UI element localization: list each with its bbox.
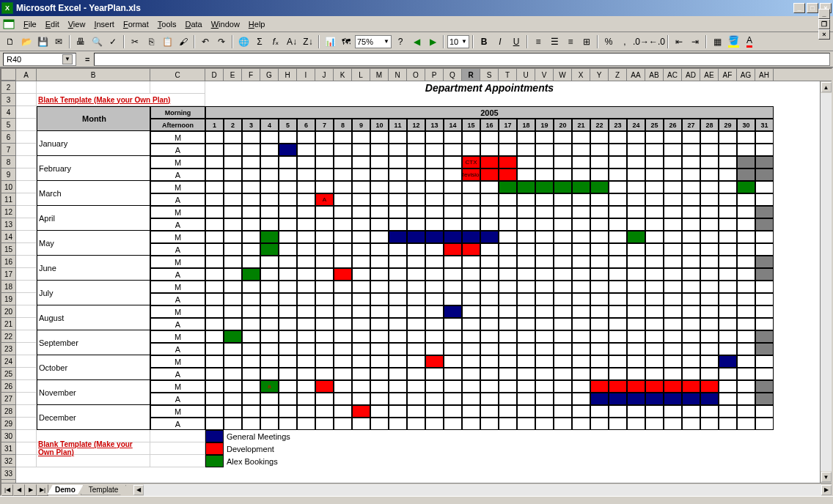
day-cell[interactable] — [389, 218, 407, 231]
day-cell[interactable] — [700, 380, 719, 393]
day-cell[interactable] — [480, 380, 499, 393]
row-header-12[interactable]: 12 — [1, 206, 15, 218]
row-header-18[interactable]: 18 — [1, 281, 15, 293]
day-cell[interactable] — [719, 168, 737, 181]
day-cell[interactable] — [242, 305, 260, 318]
day-cell[interactable] — [755, 256, 774, 268]
day-cell[interactable] — [425, 405, 444, 418]
chart-icon[interactable]: 📊 — [323, 34, 337, 49]
day-cell[interactable] — [389, 293, 407, 305]
day-cell[interactable] — [554, 231, 572, 243]
day-cell[interactable] — [444, 218, 462, 231]
day-cell[interactable] — [627, 144, 645, 156]
day-cell[interactable] — [480, 218, 499, 231]
day-cell[interactable] — [499, 156, 517, 168]
day-cell[interactable] — [425, 343, 444, 355]
day-cell[interactable] — [700, 343, 719, 355]
day-cell[interactable] — [297, 131, 315, 144]
day-cell[interactable] — [425, 330, 444, 343]
day-cell[interactable] — [480, 368, 499, 380]
menu-help[interactable]: Help — [244, 18, 270, 30]
day-cell[interactable] — [279, 318, 297, 330]
day-cell[interactable] — [425, 281, 444, 293]
spelling-icon[interactable]: ✓ — [106, 34, 120, 49]
day-cell[interactable] — [554, 218, 572, 231]
day-cell[interactable] — [609, 256, 627, 268]
menu-window[interactable]: Window — [207, 18, 244, 30]
day-cell[interactable] — [389, 268, 407, 281]
day-cell[interactable] — [242, 243, 260, 256]
day-cell[interactable] — [315, 131, 334, 144]
day-cell[interactable] — [297, 318, 315, 330]
namebox-dropdown-icon[interactable]: ▼ — [62, 54, 73, 64]
day-cell[interactable] — [279, 156, 297, 168]
column-header-O[interactable]: O — [407, 69, 425, 81]
day-cell[interactable] — [554, 405, 572, 418]
day-cell[interactable] — [260, 405, 279, 418]
day-cell[interactable] — [627, 330, 645, 343]
day-cell[interactable] — [407, 355, 425, 368]
day-cell[interactable] — [737, 330, 755, 343]
day-cell[interactable] — [444, 256, 462, 268]
day-cell[interactable] — [315, 293, 334, 305]
day-cell[interactable] — [425, 393, 444, 405]
day-cell[interactable] — [627, 368, 645, 380]
day-cell[interactable] — [682, 218, 700, 231]
day-cell[interactable] — [645, 181, 664, 193]
day-cell[interactable]: A — [315, 193, 334, 206]
day-cell[interactable] — [462, 131, 480, 144]
day-cell[interactable] — [590, 243, 609, 256]
day-cell[interactable] — [205, 256, 224, 268]
day-cell[interactable] — [224, 405, 242, 418]
day-cell[interactable] — [462, 268, 480, 281]
day-cell[interactable] — [425, 156, 444, 168]
day-cell[interactable] — [755, 343, 774, 355]
day-cell[interactable] — [572, 131, 590, 144]
day-cell[interactable] — [737, 380, 755, 393]
day-cell[interactable] — [279, 243, 297, 256]
day-cell[interactable] — [444, 418, 462, 430]
day-cell[interactable] — [627, 418, 645, 430]
row-header-10[interactable]: 10 — [1, 181, 15, 193]
day-cell[interactable] — [664, 193, 682, 206]
autosum-icon[interactable]: Σ — [252, 34, 267, 49]
day-cell[interactable] — [609, 181, 627, 193]
day-cell[interactable] — [352, 168, 370, 181]
scroll-down-icon[interactable]: ▼ — [821, 472, 832, 482]
day-cell[interactable] — [315, 243, 334, 256]
day-cell[interactable] — [554, 368, 572, 380]
doc-restore-button[interactable]: ❐ — [818, 19, 830, 29]
day-cell[interactable] — [462, 318, 480, 330]
day-cell[interactable] — [554, 243, 572, 256]
day-cell[interactable] — [242, 343, 260, 355]
map-icon[interactable]: 🗺 — [339, 34, 353, 49]
day-cell[interactable] — [517, 293, 535, 305]
day-cell[interactable] — [499, 231, 517, 243]
column-header-G[interactable]: G — [260, 69, 279, 81]
formula-input[interactable] — [94, 53, 830, 66]
day-cell[interactable] — [205, 318, 224, 330]
day-cell[interactable] — [700, 243, 719, 256]
day-cell[interactable] — [352, 355, 370, 368]
row-header-30[interactable]: 30 — [1, 430, 15, 442]
day-cell[interactable] — [444, 318, 462, 330]
day-cell[interactable] — [224, 144, 242, 156]
day-cell[interactable] — [645, 293, 664, 305]
day-cell[interactable] — [755, 355, 774, 368]
day-cell[interactable] — [389, 405, 407, 418]
day-cell[interactable] — [462, 218, 480, 231]
day-cell[interactable] — [609, 131, 627, 144]
day-cell[interactable] — [737, 181, 755, 193]
day-cell[interactable] — [572, 393, 590, 405]
day-cell[interactable] — [334, 206, 352, 218]
day-cell[interactable] — [499, 368, 517, 380]
scroll-left-icon[interactable]: ◀ — [133, 485, 144, 495]
day-cell[interactable] — [737, 256, 755, 268]
day-cell[interactable] — [407, 393, 425, 405]
column-header-L[interactable]: L — [352, 69, 370, 81]
day-cell[interactable] — [627, 318, 645, 330]
day-cell[interactable] — [389, 330, 407, 343]
day-cell[interactable] — [535, 405, 554, 418]
menu-view[interactable]: View — [64, 18, 90, 30]
day-cell[interactable] — [682, 305, 700, 318]
